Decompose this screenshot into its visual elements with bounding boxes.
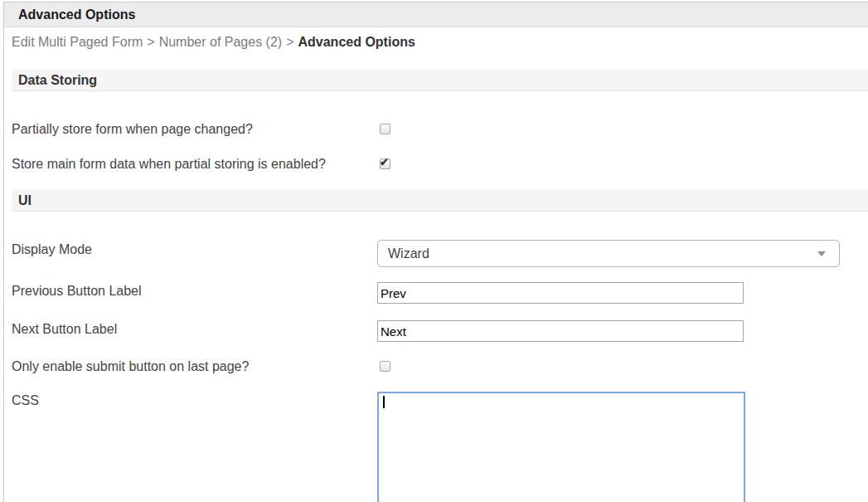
text-cursor — [383, 396, 385, 408]
panel-header: Advanced Options — [4, 2, 868, 27]
previous-button-label-input[interactable] — [377, 282, 744, 304]
page-title: Advanced Options — [4, 2, 868, 27]
section-title: UI — [12, 190, 868, 211]
css-textarea[interactable] — [377, 392, 745, 502]
breadcrumb-item-edit-form[interactable]: Edit Multi Paged Form — [12, 35, 143, 49]
checkbox-submit-last-page[interactable] — [380, 361, 390, 372]
label-css: CSS — [12, 393, 39, 408]
breadcrumb: Edit Multi Paged Form>Number of Pages (2… — [12, 35, 860, 50]
breadcrumb-item-current: Advanced Options — [298, 35, 415, 49]
label-partial-store: Partially store form when page changed? — [12, 122, 253, 137]
breadcrumb-item-number-of-pages[interactable]: Number of Pages (2) — [159, 35, 283, 49]
breadcrumb-separator: > — [147, 35, 154, 49]
label-next-button: Next Button Label — [12, 322, 117, 337]
checkbox-partial-store[interactable] — [380, 124, 390, 134]
advanced-options-panel: Advanced Options Edit Multi Paged Form>N… — [3, 2, 868, 502]
section-title: Data Storing — [12, 70, 868, 90]
next-button-label-input[interactable] — [377, 320, 744, 342]
label-store-main-form-data: Store main form data when partial storin… — [12, 157, 326, 172]
section-header-ui: UI — [12, 190, 868, 212]
label-submit-last-page: Only enable submit button on last page? — [12, 359, 249, 374]
checkbox-store-main-form-data[interactable]: ✔ — [380, 158, 390, 169]
display-mode-select[interactable]: Wizard — [377, 240, 840, 267]
chevron-down-icon — [817, 251, 826, 256]
display-mode-selected-value: Wizard — [388, 241, 429, 266]
section-header-data-storing: Data Storing — [12, 70, 868, 91]
checkmark-icon: ✔ — [380, 157, 389, 168]
breadcrumb-separator: > — [286, 35, 293, 49]
label-display-mode: Display Mode — [12, 242, 92, 257]
label-previous-button: Previous Button Label — [12, 284, 142, 299]
